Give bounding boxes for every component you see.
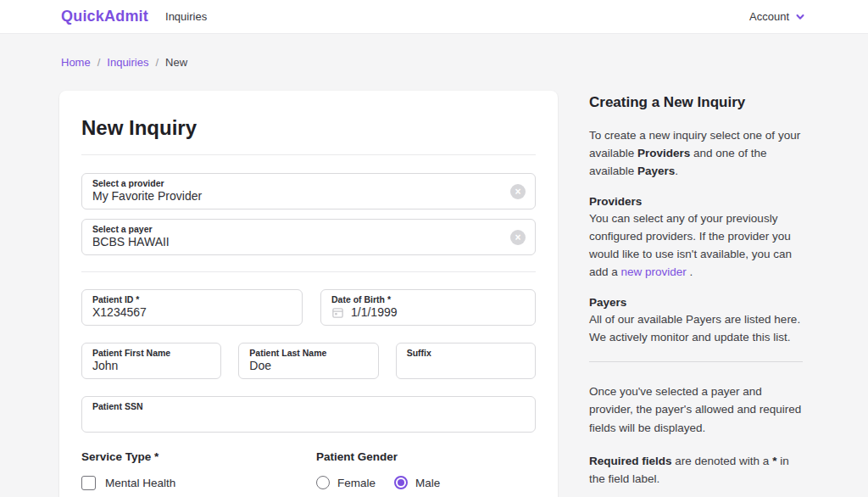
ssn-label: Patient SSN xyxy=(92,401,525,412)
ssn-value xyxy=(92,412,525,427)
patient-gender-options: FemaleMale xyxy=(316,476,536,489)
date-of-birth-value: 1/1/1999 xyxy=(351,305,398,320)
help-panel: Creating a New InquiryTo create a new in… xyxy=(589,91,803,497)
radio-selected-icon[interactable] xyxy=(394,476,408,489)
help-text: . xyxy=(687,265,693,278)
help-bold-text: Required fields xyxy=(589,455,672,467)
new-provider-link[interactable]: new provider xyxy=(621,265,687,278)
page-content: New Inquiry Select a provider My Favorit… xyxy=(0,91,868,497)
radio-label: Male xyxy=(415,477,440,489)
new-inquiry-form-card: New Inquiry Select a provider My Favorit… xyxy=(59,91,558,497)
help-paragraph: You can select any of your previously co… xyxy=(589,209,803,281)
divider xyxy=(589,361,803,362)
first-name-label: Patient First Name xyxy=(92,348,210,359)
first-name-value: John xyxy=(92,359,210,373)
radio-unselected-icon[interactable] xyxy=(316,476,330,489)
help-paragraph: Once you've selected a payer and provide… xyxy=(589,383,803,436)
first-name-field[interactable]: Patient First Name John xyxy=(81,343,221,379)
date-of-birth-field[interactable]: Date of Birth * 1/1/1999 xyxy=(320,289,536,326)
nav-item-inquiries[interactable]: Inquiries xyxy=(165,10,207,23)
help-text: . xyxy=(675,165,678,177)
payer-select-value: BCBS HAWAII xyxy=(92,235,498,249)
last-name-field[interactable]: Patient Last Name Doe xyxy=(238,343,378,379)
payer-select[interactable]: Select a payer BCBS HAWAII × xyxy=(81,219,536,255)
breadcrumb-separator: / xyxy=(155,56,159,69)
checkbox-unchecked-icon[interactable] xyxy=(81,476,96,490)
help-text: are denoted with a xyxy=(672,455,773,467)
provider-select[interactable]: Select a provider My Favorite Provider × xyxy=(81,173,536,209)
breadcrumb-home[interactable]: Home xyxy=(61,56,91,69)
gender-radio-option[interactable]: Female xyxy=(316,476,376,489)
suffix-label: Suffix xyxy=(407,348,525,359)
clear-provider-icon[interactable]: × xyxy=(510,184,526,199)
last-name-label: Patient Last Name xyxy=(249,348,367,359)
patient-gender-label: Patient Gender xyxy=(316,450,536,463)
ssn-field[interactable]: Patient SSN xyxy=(81,396,536,433)
breadcrumb-inquiries[interactable]: Inquiries xyxy=(107,56,148,69)
help-paragraph: All of our available Payers are listed h… xyxy=(589,310,803,346)
date-of-birth-label: Date of Birth * xyxy=(331,294,525,305)
patient-id-value: X1234567 xyxy=(92,305,292,320)
divider xyxy=(81,154,536,155)
account-menu-button[interactable]: Account xyxy=(749,10,805,23)
divider xyxy=(81,271,536,272)
suffix-field[interactable]: Suffix xyxy=(396,343,536,379)
clear-payer-icon[interactable]: × xyxy=(510,230,526,245)
chevron-down-icon[interactable] xyxy=(795,12,805,22)
help-text: Once you've selected a payer and provide… xyxy=(589,385,801,433)
help-section-heading: Payers xyxy=(589,296,803,309)
account-menu-label: Account xyxy=(749,10,789,23)
help-text: All of our available Payers are listed h… xyxy=(589,313,800,343)
breadcrumb-current: New xyxy=(165,56,187,69)
suffix-value xyxy=(407,359,525,373)
breadcrumb-separator: / xyxy=(97,56,101,69)
gender-radio-option[interactable]: Male xyxy=(394,476,440,489)
help-paragraph: To create a new inquiry select one of yo… xyxy=(589,126,803,180)
help-section-heading: Providers xyxy=(589,195,803,208)
help-bold-text: Providers xyxy=(637,147,690,159)
payer-select-label: Select a payer xyxy=(92,224,498,235)
help-title: Creating a New Inquiry xyxy=(589,94,803,111)
page-title: New Inquiry xyxy=(81,116,536,140)
brand-logo[interactable]: QuickAdmit xyxy=(61,8,148,25)
help-paragraph: Required fields are denoted with a * in … xyxy=(589,452,803,488)
checkbox-label: Mental Health xyxy=(105,477,175,489)
service-type-label: Service Type * xyxy=(81,450,316,463)
service-type-checkbox-row[interactable]: Mental Health xyxy=(81,476,316,490)
service-type-options: Mental HealthMental Health Facility - In… xyxy=(81,476,316,497)
help-bold-text: Payers xyxy=(637,165,675,177)
patient-id-label: Patient ID * xyxy=(92,294,292,305)
top-nav-bar: QuickAdmit Inquiries Account xyxy=(0,0,868,34)
calendar-icon[interactable] xyxy=(331,306,344,319)
radio-label: Female xyxy=(337,477,376,489)
breadcrumb: Home / Inquiries / New xyxy=(0,34,868,69)
provider-select-value: My Favorite Provider xyxy=(92,189,498,204)
provider-select-label: Select a provider xyxy=(92,178,498,189)
patient-id-field[interactable]: Patient ID * X1234567 xyxy=(81,289,303,326)
last-name-value: Doe xyxy=(249,359,367,373)
